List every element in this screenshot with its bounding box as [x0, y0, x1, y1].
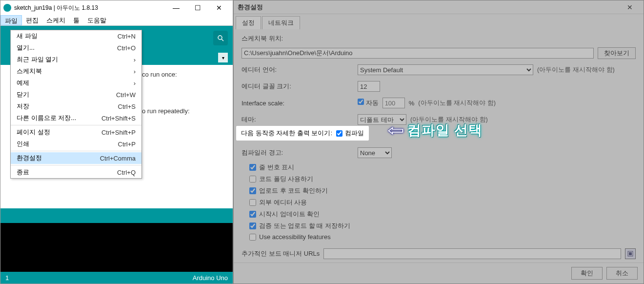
menu-help[interactable]: 도움말 [83, 15, 110, 25]
arduino-ide-window: sketch_jun19a | 아두이노 1.8.13 — ☐ ✕ 파일 편집 … [0, 0, 233, 284]
check-code-folding[interactable]: 코드 폴딩 사용하기 [249, 175, 425, 183]
scale-auto-checkbox[interactable]: 자동 [358, 99, 379, 107]
sketchbook-path-input[interactable] [242, 48, 594, 59]
menu-item-sketchbook[interactable]: 스케치북› [11, 65, 141, 77]
preferences-dialog: 환경설정 ✕ 설정 네트워크 스케치북 위치: 찾아보기 에디터 언어: Sys… [233, 0, 644, 284]
ok-button[interactable]: 확인 [571, 267, 603, 280]
menu-edit[interactable]: 편집 [22, 15, 42, 25]
arduino-logo-icon [3, 4, 11, 12]
svg-point-0 [218, 36, 222, 40]
preferences-titlebar: 환경설정 ✕ [234, 0, 644, 14]
check-line-numbers[interactable]: 줄 번호 표시 [249, 163, 425, 172]
preferences-title: 환경설정 [238, 3, 620, 12]
code-line: co run once: [142, 71, 233, 78]
compiler-warnings-label: 컴파일러 경고: [242, 148, 354, 157]
check-update-start[interactable]: 시작시 업데이트 확인 [249, 210, 425, 219]
preferences-checkboxes: 줄 번호 표시 코드 폴딩 사용하기 업로드 후 코드 확인하기 외부 에디터 … [242, 163, 636, 241]
status-line-number: 1 [5, 274, 9, 282]
callout-text: 컴파일 선택 [407, 121, 483, 140]
serial-monitor-icon[interactable] [213, 31, 228, 45]
ide-titlebar: sketch_jun19a | 아두이노 1.8.13 — ☐ ✕ [0, 0, 233, 15]
check-external-editor[interactable]: 외부 에디터 사용 [249, 198, 425, 207]
verbose-output-label: 다음 동작중 자세한 출력 보이기: [241, 129, 332, 138]
ide-title: sketch_jun19a | 아두이노 1.8.13 [14, 4, 165, 12]
ide-message-bar [0, 208, 233, 223]
file-menu-dropdown: 새 파일Ctrl+N 열기...Ctrl+O 최근 파일 열기› 스케치북› 예… [10, 30, 142, 179]
close-icon[interactable]: ✕ [620, 3, 640, 11]
restart-hint: (아두이노를 재시작해야 함) [537, 65, 615, 74]
board-urls-input[interactable] [323, 248, 621, 259]
ide-statusbar: 1 Arduino Uno [0, 272, 233, 284]
font-size-label: 에디터 글꼴 크기: [242, 82, 354, 91]
menu-item-save[interactable]: 저장Ctrl+S [11, 101, 141, 112]
browse-button[interactable]: 찾아보기 [598, 47, 636, 59]
board-urls-expand-icon[interactable] [625, 248, 636, 259]
menu-separator [11, 151, 141, 151]
check-verify-after-upload[interactable]: 업로드 후 코드 확인하기 [249, 186, 425, 195]
svg-rect-3 [629, 252, 632, 255]
interface-scale-label: Interface scale: [242, 100, 354, 107]
menu-sketch[interactable]: 스케치 [42, 15, 69, 25]
verbose-compile-checkbox[interactable]: 컴파일 [336, 129, 364, 138]
menu-item-saveas[interactable]: 다른 이름으로 저장...Ctrl+Shift+S [11, 112, 141, 124]
menu-item-examples[interactable]: 예제› [11, 77, 141, 89]
ide-console [0, 223, 233, 272]
sketchbook-label: 스케치북 위치: [242, 34, 636, 43]
board-urls-label: 추가적인 보드 매니저 URLs [242, 249, 320, 258]
callout-annotation: ⇦ 컴파일 선택 [389, 121, 483, 140]
editor-language-label: 에디터 언어: [242, 65, 354, 74]
minimize-button[interactable]: — [165, 4, 187, 12]
menu-item-quit[interactable]: 종료Ctrl+Q [11, 166, 141, 178]
status-board: Arduino Uno [193, 274, 228, 282]
cancel-button[interactable]: 취소 [606, 267, 638, 280]
menu-item-preferences[interactable]: 환경설정Ctrl+Comma [11, 152, 141, 164]
preferences-side: 환경설정 ✕ 설정 네트워크 스케치북 위치: 찾아보기 에디터 언어: Sys… [233, 0, 644, 284]
menu-item-new[interactable]: 새 파일Ctrl+N [11, 30, 141, 42]
ide-menubar: 파일 편집 스케치 툴 도움말 [0, 15, 233, 26]
font-size-input[interactable] [358, 81, 380, 92]
scale-value-input[interactable] [382, 98, 405, 108]
menu-item-recent[interactable]: 최근 파일 열기› [11, 54, 141, 65]
scale-percent: % [409, 100, 415, 107]
tab-network[interactable]: 네트워크 [262, 16, 300, 29]
close-button[interactable]: ✕ [208, 4, 230, 12]
preferences-buttons: 확인 취소 [234, 263, 644, 284]
menu-file[interactable]: 파일 [0, 15, 22, 25]
verbose-output-row: 다음 동작중 자세한 출력 보이기: 컴파일 [236, 126, 369, 141]
menu-item-pagesetup[interactable]: 페이지 설정Ctrl+Shift+P [11, 126, 141, 138]
theme-label: 테마: [242, 115, 354, 124]
svg-line-1 [221, 39, 223, 41]
arrow-left-icon: ⇦ [387, 121, 404, 140]
menu-item-print[interactable]: 인쇄Ctrl+P [11, 138, 141, 150]
preferences-body: 스케치북 위치: 찾아보기 에디터 언어: System Default (아두… [234, 29, 644, 263]
tab-settings[interactable]: 설정 [236, 16, 261, 29]
editor-language-select[interactable]: System Default [358, 64, 533, 75]
compiler-warnings-select[interactable]: None [358, 147, 392, 158]
menu-tools[interactable]: 툴 [69, 15, 83, 25]
preferences-tabs: 설정 네트워크 [234, 14, 644, 29]
check-accessibility[interactable]: Use accessibility features [249, 233, 425, 241]
restart-hint: (아두이노를 재시작해야 함) [418, 99, 496, 107]
menu-item-open[interactable]: 열기...Ctrl+O [11, 42, 141, 54]
tab-dropdown-icon[interactable]: ▾ [218, 53, 228, 62]
menu-item-close[interactable]: 닫기Ctrl+W [11, 89, 141, 101]
maximize-button[interactable]: ☐ [187, 4, 208, 12]
menu-separator [11, 125, 141, 125]
menu-separator [11, 165, 141, 165]
check-save-verify[interactable]: 검증 또는 업로드 할 때 저장하기 [249, 222, 425, 230]
code-line: o run repeatedly: [142, 107, 233, 115]
